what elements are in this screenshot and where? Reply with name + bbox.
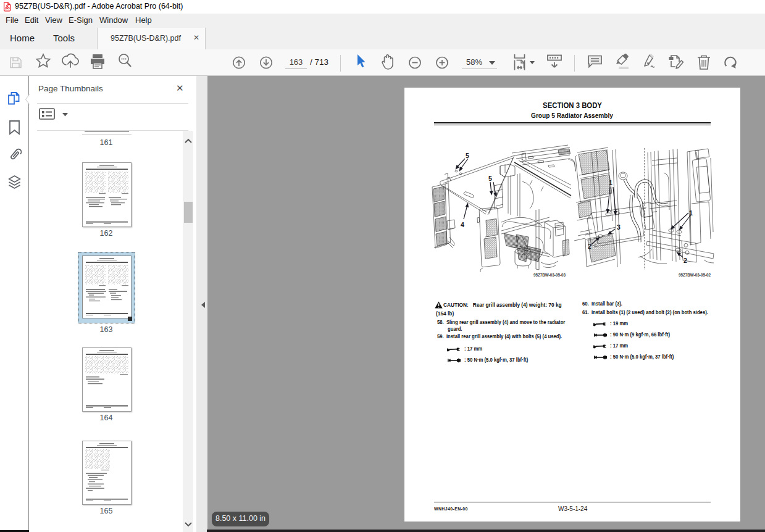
svg-text:1: 1 xyxy=(689,209,693,217)
svg-text:4: 4 xyxy=(461,221,464,228)
svg-text:95Z7BW-03-05-02: 95Z7BW-03-05-02 xyxy=(679,273,711,277)
svg-text:2: 2 xyxy=(683,257,687,264)
svg-text:2: 2 xyxy=(588,243,592,250)
svg-text:5: 5 xyxy=(466,152,469,159)
svg-text:5: 5 xyxy=(488,175,492,182)
svg-text:3: 3 xyxy=(617,223,621,231)
svg-text:1: 1 xyxy=(609,179,612,186)
svg-text:95Z7BW-03-05-03: 95Z7BW-03-05-03 xyxy=(533,273,566,277)
